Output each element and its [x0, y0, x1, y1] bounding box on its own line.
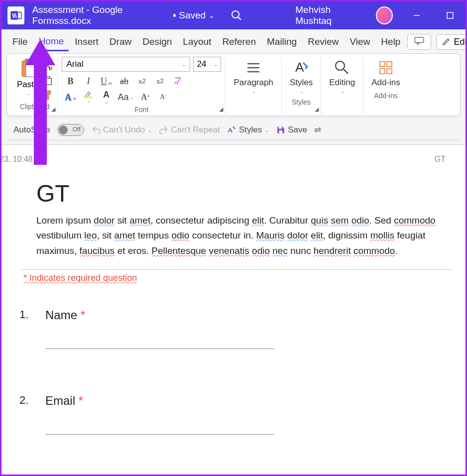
- chevron-down-icon: ⌄: [341, 89, 345, 94]
- filename-text: Assessment - Google Formsss.docx: [32, 4, 170, 26]
- tab-layout[interactable]: Layout: [178, 33, 216, 50]
- document-page[interactable]: 23, 10:48 AM GT GT Lorem ipsum dolor sit…: [1, 145, 466, 464]
- redo-button[interactable]: Can't Repeat: [159, 125, 220, 135]
- bold-button[interactable]: B: [64, 75, 77, 88]
- autosave-toggle[interactable]: Off: [57, 124, 84, 136]
- paragraph-button[interactable]: Paragraph ⌄: [230, 57, 277, 96]
- chevron-down-icon: ⌄: [105, 99, 109, 105]
- tab-review[interactable]: Review: [303, 33, 344, 50]
- copy-icon[interactable]: [42, 75, 53, 86]
- document-paragraph: Lorem ipsum dolor sit amet, consectetur …: [36, 213, 454, 258]
- pencil-icon: [442, 37, 451, 46]
- dialog-launcher-icon[interactable]: ◢: [219, 106, 223, 113]
- maximize-button[interactable]: [440, 8, 460, 23]
- question-list: 1. Name * 2. Email *: [36, 308, 454, 435]
- styles-qat-button[interactable]: A Styles⌄: [227, 125, 269, 135]
- addins-button[interactable]: Add-ins: [367, 57, 404, 90]
- addins-group-label: Add-ins: [374, 90, 397, 101]
- required-star: *: [79, 394, 83, 407]
- ribbon-body: Paste ⌄ Clipboard ◢ Arial ⌄: [6, 53, 461, 116]
- question-label: Name *: [45, 308, 454, 322]
- highlight-button[interactable]: ⌄: [82, 91, 95, 104]
- font-size-select[interactable]: 24 ⌄: [193, 57, 221, 72]
- dialog-launcher-icon[interactable]: ◢: [51, 106, 55, 113]
- paste-label: Paste: [17, 80, 38, 90]
- svg-point-20: [336, 61, 345, 70]
- toggle-off-label: Off: [73, 126, 81, 133]
- shrink-font-button[interactable]: Aˇ: [157, 91, 170, 104]
- tab-help[interactable]: Help: [376, 33, 405, 50]
- answer-line[interactable]: [45, 327, 274, 349]
- document-heading: GT: [36, 180, 454, 207]
- tab-mailings[interactable]: Mailing: [262, 33, 302, 50]
- header-timestamp: 23, 10:48 AM: [0, 155, 46, 164]
- required-note: * Indicates required question: [23, 270, 454, 283]
- change-case-button[interactable]: Aa⌄: [117, 91, 133, 104]
- search-icon[interactable]: [231, 9, 242, 22]
- grow-font-button[interactable]: A^: [139, 91, 152, 104]
- chevron-down-icon: ⌄: [87, 98, 91, 104]
- svg-rect-24: [380, 69, 385, 74]
- comments-button[interactable]: [407, 34, 431, 50]
- question-item-1: 1. Name *: [36, 308, 454, 349]
- subscript-button[interactable]: x2: [135, 75, 148, 88]
- tab-draw[interactable]: Draw: [105, 33, 136, 50]
- svg-rect-22: [380, 62, 385, 67]
- editing-label: Editing: [329, 78, 355, 88]
- superscript-button[interactable]: x2: [153, 75, 166, 88]
- svg-text:A: A: [228, 126, 233, 134]
- font-name-value: Arial: [66, 59, 83, 69]
- font-name-select[interactable]: Arial ⌄: [62, 57, 190, 72]
- text-effects-button[interactable]: A⌄: [64, 91, 77, 104]
- user-name[interactable]: Mehvish Mushtaq: [295, 4, 364, 26]
- svg-rect-9: [25, 59, 31, 63]
- svg-line-4: [238, 17, 241, 20]
- qat-customize-button[interactable]: ⇄: [314, 125, 321, 135]
- format-painter-icon[interactable]: [42, 90, 53, 101]
- svg-rect-27: [279, 130, 283, 133]
- styles-icon: A: [292, 59, 310, 77]
- svg-rect-15: [45, 91, 51, 94]
- underline-button[interactable]: U⌄: [100, 75, 113, 88]
- styles-button[interactable]: A Styles ⌄: [286, 57, 317, 96]
- dialog-launcher-icon[interactable]: ◢: [315, 106, 319, 113]
- paste-icon: [19, 58, 37, 79]
- undo-button[interactable]: Can't Undo⌄: [91, 125, 152, 135]
- save-icon: [276, 125, 286, 135]
- minimize-button[interactable]: [407, 8, 426, 23]
- tab-insert[interactable]: Insert: [70, 33, 104, 50]
- save-qat-button[interactable]: Save: [276, 125, 307, 135]
- redo-icon: [159, 125, 169, 135]
- question-item-2: 2. Email *: [36, 394, 454, 435]
- question-label: Email *: [45, 394, 454, 408]
- chevron-down-icon: ⌄: [214, 62, 218, 67]
- find-icon: [333, 59, 351, 77]
- group-font: Arial ⌄ 24 ⌄ B I U⌄ ab x2 x2: [57, 57, 225, 115]
- addins-label: Add-ins: [371, 78, 400, 88]
- paste-button[interactable]: Paste ⌄: [16, 57, 39, 97]
- tab-view[interactable]: View: [345, 33, 375, 50]
- avatar[interactable]: [376, 6, 393, 24]
- tab-references[interactable]: Referen: [217, 33, 261, 50]
- styles-group-label: Styles: [292, 96, 311, 107]
- clear-format-button[interactable]: [171, 75, 184, 88]
- page-header: 23, 10:48 AM GT: [1, 155, 466, 164]
- status-dot-icon: [173, 14, 176, 17]
- group-addins: Add-ins Add-ins: [363, 57, 408, 115]
- answer-line[interactable]: [45, 413, 274, 435]
- chevron-down-icon: ⌄: [182, 62, 186, 67]
- tab-design[interactable]: Design: [137, 33, 177, 50]
- document-title[interactable]: Assessment - Google Formsss.docx Saved ⌄: [32, 4, 215, 26]
- italic-button[interactable]: I: [82, 75, 95, 88]
- title-bar: W Assessment - Google Formsss.docx Saved…: [1, 1, 466, 29]
- svg-rect-7: [415, 37, 424, 43]
- editing-group-button[interactable]: Editing ⌄: [325, 57, 359, 96]
- editing-mode-button[interactable]: Editing ⌄: [436, 34, 467, 50]
- cut-icon[interactable]: [42, 60, 53, 71]
- tab-file[interactable]: File: [7, 33, 33, 50]
- required-star: *: [81, 308, 85, 322]
- strikethrough-button[interactable]: ab: [117, 75, 130, 88]
- font-color-button[interactable]: A⌄: [100, 91, 113, 104]
- svg-rect-10: [26, 65, 35, 77]
- tab-home[interactable]: Home: [34, 33, 69, 51]
